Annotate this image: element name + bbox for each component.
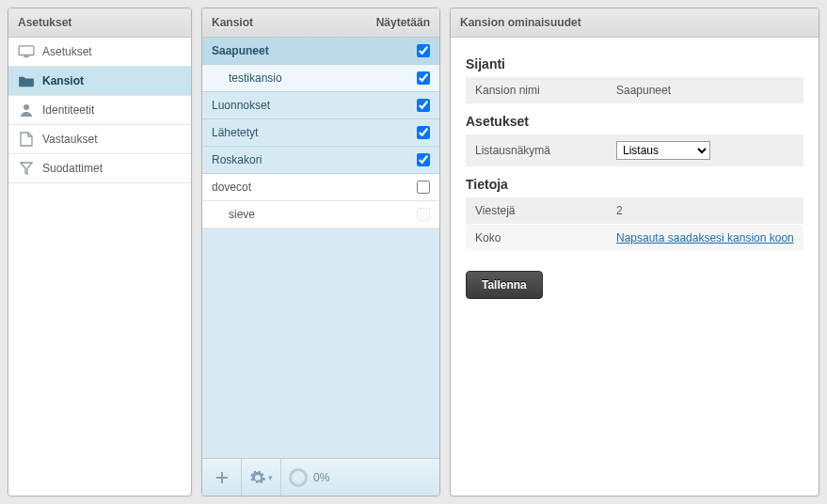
plus-icon [215,470,230,485]
folder-row[interactable]: sieve [202,201,439,228]
folder-icon [18,73,35,88]
quota-percent: 0% [313,471,329,484]
folder-visible-checkbox[interactable] [417,181,430,194]
quota-display: 0% [281,468,337,487]
folder-label: Roskakori [212,153,262,166]
folders-header: Kansiot Näytetään [202,8,439,38]
location-heading: Sijanti [466,56,803,71]
sidebar-item-label: Identiteetit [42,103,94,117]
sidebar-header: Asetukset [8,8,191,38]
folder-label: Saapuneet [212,44,269,57]
folder-label: testikansio [229,71,282,85]
sidebar-item-asetukset[interactable]: Asetukset [8,38,191,67]
sidebar-item-label: Kansiot [42,74,84,87]
folder-name-label: Kansion nimi [466,77,607,104]
folder-row[interactable]: testikansio [202,65,439,92]
folders-list: SaapuneettestikansioLuonnoksetLähetetytR… [202,38,439,458]
folders-toolbar: ▾ 0% [202,458,439,496]
info-table: Viestejä 2 Koko Napsauta saadaksesi kans… [466,197,803,252]
settings-heading: Asetukset [466,114,803,129]
folder-row[interactable]: Saapuneet [202,38,439,65]
quota-circle-icon [289,468,308,487]
sidebar-item-label: Asetukset [42,45,92,58]
table-row: Listausnäkymä Listaus [466,134,803,167]
messages-value: 2 [607,197,803,225]
sidebar-item-suodattimet[interactable]: Suodattimet [8,154,191,183]
folder-label: Luonnokset [212,99,270,112]
folder-visible-checkbox[interactable] [417,126,430,139]
person-icon [18,102,35,118]
sidebar-item-label: Suodattimet [42,162,103,175]
props-header: Kansion ominaisuudet [451,8,819,38]
sidebar-item-vastaukset[interactable]: Vastaukset [8,125,191,154]
folder-label: sieve [229,208,255,221]
table-row: Koko Napsauta saadaksesi kansion koon [466,225,803,252]
svg-rect-0 [19,46,34,55]
folder-name-value: Saapuneet [607,77,803,104]
folder-visible-checkbox[interactable] [417,71,430,85]
table-row: Kansion nimi Saapuneet [466,77,803,104]
sidebar-nav: AsetuksetKansiotIdentiteetitVastauksetSu… [8,38,191,183]
svg-rect-1 [24,55,28,57]
info-heading: Tietoja [466,177,803,192]
folder-row[interactable]: Luonnokset [202,92,439,119]
listview-select[interactable]: Listaus [616,141,710,160]
folder-row[interactable]: Lähetetyt [202,119,439,147]
settings-sidebar: Asetukset AsetuksetKansiotIdentiteetitVa… [8,8,192,496]
filter-icon [18,161,35,176]
monitor-icon [18,44,35,59]
folder-visible-checkbox[interactable] [417,99,430,112]
messages-label: Viestejä [466,197,607,225]
add-folder-button[interactable] [202,459,242,496]
sidebar-item-label: Vastaukset [42,133,97,146]
sidebar-item-kansiot[interactable]: Kansiot [8,67,191,96]
folder-visible-checkbox[interactable] [417,208,430,221]
folder-row[interactable]: dovecot [202,174,439,201]
location-table: Kansion nimi Saapuneet [466,77,803,104]
folder-visible-checkbox[interactable] [417,44,430,57]
document-icon [18,132,35,147]
folders-panel: Kansiot Näytetään SaapuneettestikansioLu… [201,8,440,496]
settings-table: Listausnäkymä Listaus [466,134,803,167]
svg-point-2 [24,104,29,110]
folders-title: Kansiot [212,16,253,29]
save-button[interactable]: Tallenna [466,271,543,299]
sidebar-title: Asetukset [18,16,72,29]
listview-label: Listausnäkymä [466,134,607,167]
folder-visible-checkbox[interactable] [417,153,430,166]
get-size-link[interactable]: Napsauta saadaksesi kansion koon [616,231,794,244]
sidebar-item-identiteetit[interactable]: Identiteetit [8,96,191,125]
gear-icon [249,469,266,486]
folder-row[interactable]: Roskakori [202,147,439,174]
props-title: Kansion ominaisuudet [460,16,581,29]
table-row: Viestejä 2 [466,197,803,225]
folder-label: Lähetetyt [212,126,258,139]
folder-label: dovecot [212,181,251,194]
folder-properties-panel: Kansion ominaisuudet Sijanti Kansion nim… [450,8,819,496]
folders-column-shown: Näytetään [376,16,430,29]
props-content: Sijanti Kansion nimi Saapuneet Asetukset… [451,38,819,310]
folder-settings-button[interactable]: ▾ [242,459,281,496]
size-label: Koko [466,225,607,252]
